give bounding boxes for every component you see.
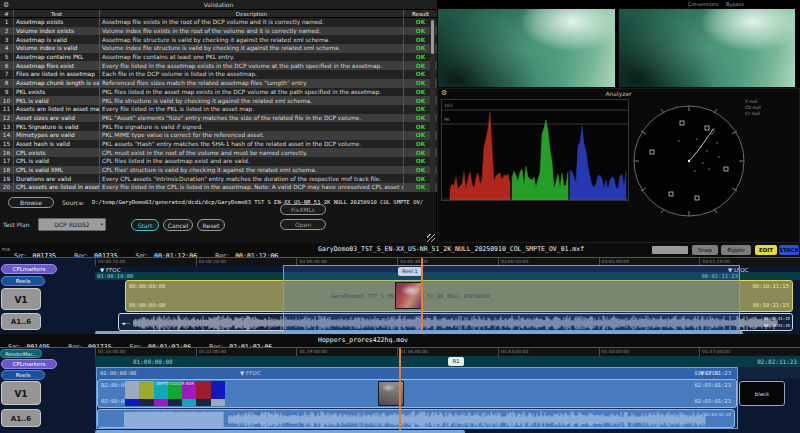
pos-bar: POS Src: 001735Rec: 001735Src: 00:01:12:… bbox=[0, 243, 800, 257]
loop-arrow-icon: ◄— bbox=[121, 320, 130, 326]
browse-button[interactable]: Browse bbox=[8, 197, 54, 208]
selection-region[interactable] bbox=[283, 265, 740, 331]
audio-tracks-button-2[interactable]: A1..6 bbox=[1, 409, 41, 427]
open-button[interactable]: Open bbox=[280, 219, 326, 230]
video-track-v1-button-2[interactable]: V1 bbox=[1, 381, 41, 405]
table-row[interactable]: 16 CPL exists CPL must exist in the root… bbox=[0, 148, 437, 157]
app-screen: ⚙ Validation # Test Description Result 1… bbox=[0, 0, 800, 433]
validation-table-body: 1 Assetmap exists Assetmap file exists i… bbox=[0, 18, 437, 192]
video-preview-left bbox=[437, 8, 616, 88]
cpl-markers-button-2[interactable]: CPLmarkers bbox=[1, 359, 57, 369]
src-filename: Hoppers_prores422hq.mov bbox=[318, 334, 618, 347]
validation-titlebar: ⚙ Validation bbox=[0, 0, 437, 10]
reel-r1-label[interactable]: R1 bbox=[448, 357, 464, 366]
table-row[interactable]: 13 PKL Signature is valid PKL file signa… bbox=[0, 122, 437, 131]
pos-filename: GaryDemo03_TST_S_EN-XX_US-NR_51_2K_NULL_… bbox=[318, 243, 618, 256]
snap-button[interactable]: Snap bbox=[692, 245, 718, 255]
waveform-scale-mid: 96 bbox=[444, 117, 450, 122]
menu-conversions[interactable]: Conversions bbox=[688, 1, 719, 7]
col-description: Description bbox=[99, 10, 403, 17]
table-row[interactable]: 19 Durations are valid Every CPL assets … bbox=[0, 174, 437, 183]
rgb-waveform bbox=[441, 99, 629, 201]
table-row[interactable]: 15 Asset hash is valid PKL assets "Hash"… bbox=[0, 140, 437, 149]
analyzer-panel: ⚙ Analyzer 102 96 bbox=[437, 88, 800, 243]
edit-mode-button[interactable]: EDIT bbox=[755, 245, 777, 255]
reel2-end-timecode: 02:02:11:23 bbox=[757, 358, 797, 365]
stack-mode-button[interactable]: STACK bbox=[779, 245, 799, 255]
table-row[interactable]: 8 Assetmap chunk length is valid Referen… bbox=[0, 79, 437, 88]
panel-title: Validation bbox=[204, 1, 234, 8]
menu-bypass[interactable]: Bypass bbox=[726, 1, 744, 7]
reels-button-2[interactable]: Reels bbox=[1, 370, 45, 380]
table-row[interactable]: 4 Volume index is valid Volume index fil… bbox=[0, 44, 437, 53]
table-row[interactable]: 12 Asset sizes are valid PKL "Asset" ele… bbox=[0, 114, 437, 123]
chevron-down-icon: ▾ bbox=[100, 219, 103, 230]
col-test: Test bbox=[13, 10, 99, 17]
audio-tracks-button[interactable]: A1..6 bbox=[1, 313, 41, 330]
table-row[interactable]: 7 Files are listed in assetmap Each file… bbox=[0, 70, 437, 79]
playhead-2[interactable] bbox=[399, 348, 401, 430]
record-timeline: 03:00:10:0003:00:20:0003:00:30:0003:00:4… bbox=[0, 257, 800, 334]
table-row[interactable]: 6 Assetmap files exist Every file listed… bbox=[0, 61, 437, 70]
table-header: # Test Description Result bbox=[0, 10, 437, 18]
selection-region-2[interactable] bbox=[96, 367, 738, 429]
cpl-markers-button[interactable]: CPLmarkers bbox=[1, 264, 57, 274]
table-row[interactable]: 1 Assetmap exists Assetmap file exists i… bbox=[0, 18, 437, 27]
src-fields: Src: 001495Rec: 001735Src: 00:01:02:06Re… bbox=[8, 334, 290, 348]
table-row[interactable]: 20 CPL assets are listed in assetmap Eve… bbox=[0, 183, 437, 192]
col-num: # bbox=[0, 10, 13, 17]
video-preview-right bbox=[618, 8, 796, 88]
timeline2-ruler[interactable]: 01:15:00:0001:22:00:0001:29:00:0001:36:0… bbox=[95, 348, 800, 356]
table-scrollbar[interactable] bbox=[430, 18, 435, 192]
test-plan-label: Test Plan bbox=[3, 221, 30, 228]
pos-field-box[interactable] bbox=[652, 246, 688, 254]
table-row[interactable]: 9 PKL exists PKL files listed in the ass… bbox=[0, 88, 437, 97]
render-marker-button[interactable]: RenderMar... bbox=[0, 349, 42, 358]
analyzer-readouts: Y nullCb nullCr null bbox=[745, 99, 797, 117]
table-row[interactable]: 3 Assetmap is valid Assetmap file struct… bbox=[0, 35, 437, 44]
table-row[interactable]: 5 Assetmap contains PKL Assetmap file co… bbox=[0, 53, 437, 62]
table-row[interactable]: 10 PKL is valid PKL file structure is va… bbox=[0, 96, 437, 105]
table-row[interactable]: 2 Volume index exists Volume index file … bbox=[0, 27, 437, 36]
validation-panel: ⚙ Validation # Test Description Result 1… bbox=[0, 0, 437, 243]
playhead[interactable] bbox=[421, 258, 423, 332]
source-label: Source: bbox=[62, 199, 85, 206]
pos-fields: Src: 001735Rec: 001735Src: 00:01:12:06Re… bbox=[14, 243, 296, 257]
cancel-button[interactable]: Cancel bbox=[163, 219, 193, 231]
reel-start-timecode: 03:00:10:08 bbox=[97, 273, 133, 280]
resize-grip[interactable] bbox=[427, 234, 435, 242]
reels-button[interactable]: Reels bbox=[1, 276, 45, 286]
reset-button[interactable]: Reset bbox=[197, 219, 225, 231]
col-result: Result bbox=[403, 10, 437, 17]
pos-label: POS bbox=[2, 247, 10, 252]
ripple-button[interactable]: Ripple bbox=[721, 245, 751, 255]
vectorscope bbox=[629, 97, 749, 227]
test-plan-dropdown[interactable]: DCP RDD52 ▾ bbox=[38, 218, 106, 231]
src-bar: Src: 001495Rec: 001735Src: 00:01:02:06Re… bbox=[0, 334, 800, 347]
table-row[interactable]: 11 Assets are listed in asset map Every … bbox=[0, 105, 437, 114]
table-row[interactable]: 18 CPL is valid XML CPL files' structure… bbox=[0, 166, 437, 175]
start-button[interactable]: Start bbox=[131, 219, 159, 231]
table-row[interactable]: 14 Mimetypes are valid PKL MIME type val… bbox=[0, 131, 437, 140]
black-clip[interactable]: black bbox=[739, 381, 785, 406]
waveform-scale-top: 102 bbox=[444, 103, 453, 108]
video-track-v1-button[interactable]: V1 bbox=[1, 288, 41, 310]
settings-gear-icon[interactable]: ⚙ bbox=[3, 0, 9, 10]
scrollbar-thumb[interactable] bbox=[431, 20, 434, 54]
table-row[interactable]: 17 CPL is valid CPL files listed in the … bbox=[0, 157, 437, 166]
source-path: D:/temp/GaryDemo03/generated/dcdi/dcp/Ga… bbox=[92, 199, 430, 205]
reel2-start-timecode: 01:09:00:00 bbox=[133, 358, 173, 365]
fixxmls-button[interactable]: FixXMLs bbox=[280, 204, 326, 215]
source-timeline: 01:15:00:0001:22:00:0001:29:00:0001:36:0… bbox=[0, 347, 800, 433]
